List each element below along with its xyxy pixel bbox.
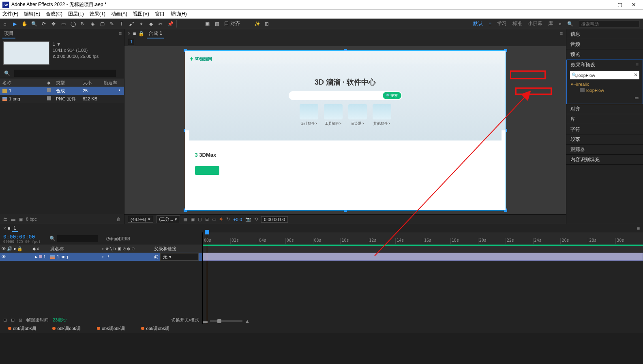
transparency-grid-icon[interactable]: ▦ <box>183 217 187 222</box>
orbit-tool-icon[interactable]: ⟳ <box>39 19 49 29</box>
anchor-icon[interactable]: ◈ <box>88 19 97 29</box>
lock-col-icon[interactable]: 🔒 <box>17 246 23 251</box>
comp-tab-label[interactable]: 合成 1 <box>147 29 164 38</box>
tlf-icon1[interactable]: ⊞ <box>3 317 7 323</box>
menu-layer[interactable]: 图层(L) <box>68 11 84 17</box>
workspace-default[interactable]: 默认 <box>473 20 483 27</box>
zoom-dropdown[interactable]: (46.9%) ▾ <box>128 216 153 223</box>
resolution-dropdown[interactable]: (二分... ▾ <box>156 215 180 223</box>
tlf-icon3[interactable]: ⊠ <box>19 317 22 323</box>
comp-tab-close-icon[interactable]: × <box>128 31 131 36</box>
reset-exp-icon[interactable]: ↻ <box>226 217 230 222</box>
label-col-icon[interactable]: ◆ <box>32 246 36 251</box>
exposure-value[interactable]: +0.0 <box>233 217 242 222</box>
project-search-input[interactable] <box>14 70 116 77</box>
new-comp-icon[interactable]: ▣ <box>19 217 23 222</box>
col-size[interactable]: 大小 <box>83 80 104 86</box>
snapshot-icon[interactable]: 📷 <box>245 217 251 222</box>
help-search-input[interactable] <box>579 20 640 28</box>
selection-tool-icon[interactable]: ▶ <box>10 19 19 29</box>
menu-view[interactable]: 视图(V) <box>133 11 149 17</box>
tl-opt3-icon[interactable]: ▣ <box>114 236 118 241</box>
effects-menu-icon[interactable]: ≡ <box>636 62 639 68</box>
panel-effects-label[interactable]: 效果和预设 <box>571 62 595 68</box>
panel-preview[interactable]: 预览 <box>566 49 643 59</box>
menu-anim[interactable]: 动画(A) <box>111 11 127 17</box>
zoom-out-icon[interactable]: ▬ <box>203 318 208 324</box>
panel-align[interactable]: 对齐 <box>566 104 643 114</box>
menu-comp[interactable]: 合成(C) <box>46 11 62 17</box>
workspace-small[interactable]: 小屏幕 <box>528 20 542 27</box>
tl-opt4-icon[interactable]: ◐ <box>118 236 122 241</box>
comp-panel-menu-icon[interactable]: ≡ <box>560 31 563 36</box>
layer-bar[interactable] <box>203 253 643 261</box>
project-row-img[interactable]: 1.png PNG 文件 822 KB <box>0 95 124 103</box>
workspace-hamburger-icon[interactable]: ≡ <box>489 21 491 27</box>
timeline-tab[interactable]: 1 <box>12 225 18 232</box>
rect-tool-icon[interactable]: ▭ <box>58 19 68 29</box>
ellipse-tool-icon[interactable]: ◯ <box>68 19 78 29</box>
wand-icon[interactable]: ✨ <box>252 19 262 29</box>
pen-tool-icon[interactable]: ✎ <box>107 19 117 29</box>
timeline-layer-row[interactable]: 👁 ▸ 1 1.png ♀ / @无 ▾ <box>0 253 202 261</box>
project-row-comp[interactable]: 1 合成 25 ⋮ <box>0 87 124 95</box>
col-tag[interactable]: ◆ <box>47 80 56 85</box>
effects-search-input[interactable] <box>570 71 639 79</box>
rotate-icon[interactable]: ↻ <box>78 19 88 29</box>
tl-opt2-icon[interactable]: ◈ <box>110 236 114 241</box>
panel-char[interactable]: 字符 <box>566 124 643 134</box>
region-icon[interactable]: ▢ <box>198 217 202 222</box>
parent-col[interactable]: 父级和链接 <box>154 246 199 252</box>
new-bin-icon[interactable]: ▭ <box>634 95 639 100</box>
workspace-standard[interactable]: 标准 <box>512 20 522 27</box>
hand-tool-icon[interactable]: ✋ <box>19 19 29 29</box>
comp-tab-lock-icon[interactable]: 🔒 <box>138 31 144 36</box>
time-ruler[interactable]: 00s02s04s06s 08s10s12s14s 16s18s20s22s 2… <box>203 232 643 245</box>
panel-menu-icon[interactable]: ≡ <box>119 31 122 36</box>
time-zoom-slider[interactable] <box>210 320 242 322</box>
zoom-in-icon[interactable]: ▲ <box>245 318 250 324</box>
comp-thumbnail[interactable] <box>3 41 49 65</box>
comp-mini-num[interactable]: 1 <box>128 39 135 45</box>
tl-close-icon[interactable]: × <box>3 226 6 231</box>
mask-vis-icon[interactable]: ▣ <box>191 217 195 222</box>
menu-window[interactable]: 窗口 <box>155 11 165 17</box>
col-fps[interactable]: 帧速率 <box>104 80 122 86</box>
snap-2-icon[interactable]: ▤ <box>212 19 222 29</box>
toggle-switches[interactable]: 切换开关/模式 <box>171 317 199 323</box>
project-tab[interactable]: 项目 <box>2 29 15 38</box>
layer-visibility-icon[interactable]: 👁 <box>2 254 6 259</box>
parent-dropdown[interactable]: 无 ▾ <box>160 253 199 261</box>
panel-lib[interactable]: 库 <box>566 114 643 124</box>
menu-file[interactable]: 文件(F) <box>2 11 18 17</box>
panel-audio[interactable]: 音频 <box>566 39 643 49</box>
playhead[interactable] <box>207 232 207 324</box>
tl-opt6-icon[interactable]: ⊠ <box>126 236 130 241</box>
roto-tool-icon[interactable]: ✂ <box>156 19 165 29</box>
col-type[interactable]: 类型 <box>56 80 83 86</box>
channel-icon[interactable]: ▭ <box>212 217 216 222</box>
layer-twirl-icon[interactable]: ▸ <box>35 254 38 259</box>
preview-time[interactable]: 0:00:00:00 <box>261 216 288 223</box>
brush-tool-icon[interactable]: 🖌 <box>126 19 136 29</box>
clone-tool-icon[interactable]: ⌖ <box>136 19 146 29</box>
maximize-button[interactable]: ▢ <box>613 0 627 9</box>
panel-track[interactable]: 跟踪器 <box>566 145 643 154</box>
menu-effect[interactable]: 效果(T) <box>90 11 105 17</box>
col-name[interactable]: 名称 <box>2 80 47 86</box>
panel-info[interactable]: 信息 <box>566 29 643 39</box>
workspace-learn[interactable]: 学习 <box>497 20 507 27</box>
timeline-menu-icon[interactable]: ≡ <box>637 226 640 231</box>
zoom-tool-icon[interactable]: 🔍 <box>29 19 39 29</box>
folder-icon[interactable]: ▬ <box>11 217 15 221</box>
timeline-right[interactable]: 00s02s04s06s 08s10s12s14s 16s18s20s22s 2… <box>203 232 643 324</box>
workspace-lib[interactable]: 库 <box>548 20 553 27</box>
effects-category[interactable]: ▾~irrealix <box>571 82 639 87</box>
parent-pickwhip-icon[interactable]: @ <box>154 254 159 259</box>
effects-item-loopflow[interactable]: loopFlow <box>578 87 639 94</box>
bpc-label[interactable]: 8 bpc <box>26 217 37 221</box>
timeline-search-input[interactable] <box>57 235 98 242</box>
close-button[interactable]: ✕ <box>627 0 641 9</box>
workspace-chevron-icon[interactable]: » <box>559 21 562 27</box>
home-icon[interactable]: ⌂ <box>0 19 10 29</box>
